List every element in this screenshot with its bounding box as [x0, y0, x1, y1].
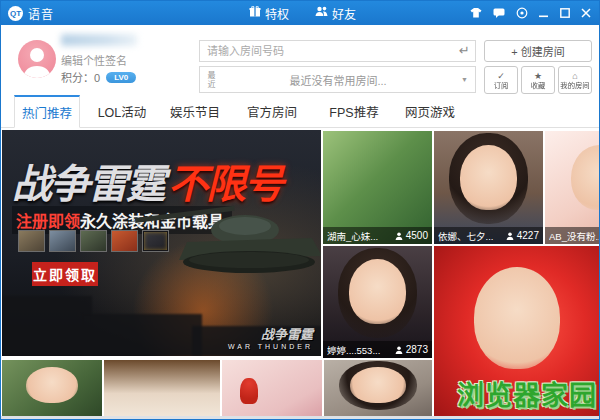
recent-rooms-dropdown[interactable]: 最近 最近没有常用房间... ▼	[199, 66, 476, 93]
app-window: QT 语音 特权 好友	[0, 0, 600, 420]
gift-icon	[249, 6, 261, 20]
app-title: 语音	[28, 5, 54, 22]
subscribe-button[interactable]: ✓ 订阅	[484, 66, 518, 94]
tab-lol[interactable]: LOL活动	[91, 95, 153, 127]
skin-icon[interactable]	[470, 8, 482, 18]
reward-tank-thumb	[80, 230, 107, 252]
friends-nav[interactable]: 好友	[315, 5, 356, 22]
room-tile[interactable]	[104, 360, 220, 420]
close-icon[interactable]	[581, 8, 591, 18]
brand-en: WAR THUNDER	[228, 343, 313, 350]
reward-truck-thumb	[18, 230, 45, 252]
ruins-silhouette	[2, 296, 92, 356]
points-label: 积分：0	[61, 69, 100, 85]
room-tile[interactable]	[324, 360, 432, 420]
window-bottom-edge	[1, 416, 599, 419]
subscribe-label: 订阅	[494, 81, 509, 89]
titlebar-nav: 特权 好友	[249, 5, 356, 22]
my-room-button[interactable]: ⌂ 我的房间	[558, 66, 592, 94]
brand-cn: 战争雷霆	[228, 324, 313, 343]
room-caption: 湖南_心妹... 4500	[323, 227, 432, 244]
room-caption: 依娜、七夕... 4227	[434, 227, 543, 244]
titlebar: QT 语音 特权 好友	[1, 1, 599, 25]
room-tile[interactable]: AB_没有粉...	[545, 131, 600, 244]
check-icon: ✓	[497, 71, 505, 81]
room-name: AB_没有粉...	[549, 229, 600, 243]
site-watermark: 浏览器家园	[457, 374, 597, 413]
favorite-label: 收藏	[531, 81, 546, 89]
recent-label: 最近	[205, 71, 215, 89]
favorite-button[interactable]: ★ 收藏	[521, 66, 555, 94]
ruins-silhouette	[82, 314, 202, 356]
create-room-button[interactable]: + 创建房间	[484, 40, 592, 62]
subtitle-red: 注册即领	[16, 213, 80, 230]
war-thunder-brand: 战争雷霆 WAR THUNDER	[228, 324, 313, 350]
signature-link[interactable]: 编辑个性签名	[61, 52, 127, 68]
room-tile[interactable]: 依娜、七夕... 4227	[434, 131, 543, 244]
tab-hot[interactable]: 热门推荐	[14, 95, 80, 128]
room-name: 湖南_心妹...	[327, 229, 395, 243]
tab-official[interactable]: 官方房间	[241, 95, 303, 127]
room-input-wrap: ↵	[199, 40, 476, 62]
star-icon: ★	[534, 71, 542, 81]
privilege-label: 特权	[265, 5, 289, 22]
settings-icon[interactable]	[516, 7, 528, 19]
minimize-icon[interactable]	[539, 8, 549, 18]
room-tile[interactable]: 婷婷....553... 2873	[323, 246, 432, 358]
room-tile[interactable]	[222, 360, 322, 420]
content-area: 战争雷霆不限号 注册即领永久涂装和金币载具 立即领取	[1, 128, 599, 419]
my-room-label: 我的房间	[560, 81, 589, 89]
viewer-icon	[395, 232, 403, 240]
viewer-icon	[395, 346, 403, 354]
room-tile[interactable]: 湖南_心妹... 4500	[323, 131, 432, 244]
friends-icon	[315, 6, 328, 20]
viewer-count: 4500	[395, 230, 428, 241]
username-blurred	[61, 34, 137, 46]
titlebar-icons	[470, 7, 591, 19]
viewer-count: 2873	[395, 344, 428, 355]
room-tile[interactable]	[2, 360, 102, 420]
war-thunder-banner[interactable]: 战争雷霆不限号 注册即领永久涂装和金币载具 立即领取	[2, 130, 321, 356]
tank-illustration	[117, 188, 321, 287]
qt-logo-icon: QT	[8, 6, 23, 21]
friends-label: 好友	[332, 5, 356, 22]
home-icon: ⌂	[572, 71, 577, 81]
maximize-icon[interactable]	[560, 8, 570, 18]
room-caption: AB_没有粉...	[545, 227, 600, 244]
claim-now-button[interactable]: 立即领取	[32, 262, 98, 286]
room-number-input[interactable]	[200, 41, 475, 61]
points-row: 积分：0 LV0	[61, 69, 136, 85]
header: 编辑个性签名 积分：0 LV0 ↵ 最近 最近没有常用房间... ▼ + 创建房…	[1, 25, 599, 95]
tab-bar: 热门推荐 LOL活动 娱乐节目 官方房间 FPS推荐 网页游戏	[1, 95, 599, 128]
avatar[interactable]	[18, 40, 56, 78]
room-caption: 婷婷....553... 2873	[323, 341, 432, 358]
enter-icon[interactable]: ↵	[459, 43, 470, 58]
room-name: 婷婷....553...	[327, 343, 395, 357]
level-badge: LV0	[106, 72, 136, 83]
tab-webgame[interactable]: 网页游戏	[399, 95, 461, 127]
room-quick-buttons: ✓ 订阅 ★ 收藏 ⌂ 我的房间	[484, 66, 592, 94]
feedback-icon[interactable]	[493, 8, 505, 18]
tab-fps[interactable]: FPS推荐	[322, 95, 386, 127]
tab-entertainment[interactable]: 娱乐节目	[164, 95, 226, 127]
app-logo: QT 语音	[8, 5, 54, 22]
room-name: 依娜、七夕...	[438, 229, 506, 243]
viewer-count: 4227	[506, 230, 539, 241]
privilege-nav[interactable]: 特权	[249, 5, 289, 22]
chevron-down-icon: ▼	[461, 76, 468, 83]
viewer-icon	[506, 232, 514, 240]
reward-plane-thumb	[49, 230, 76, 252]
recent-empty-text: 最近没有常用房间...	[215, 72, 461, 88]
